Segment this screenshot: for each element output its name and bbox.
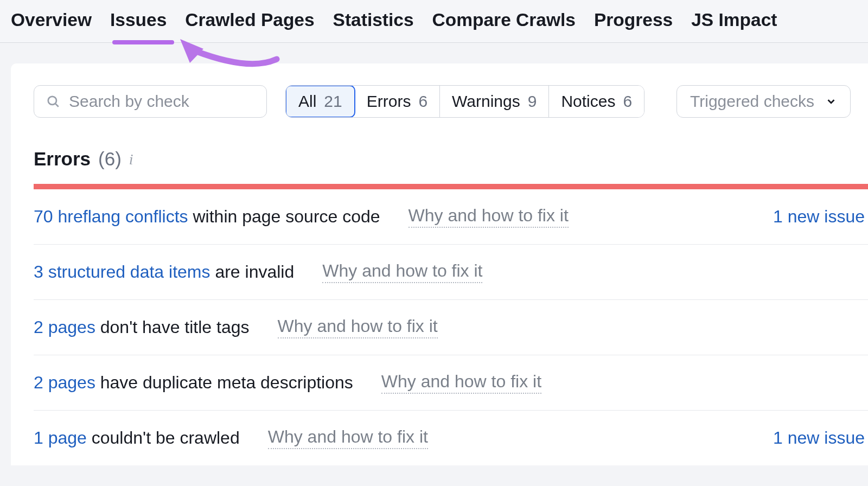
issue-text: 3 structured data items are invalid	[34, 262, 294, 282]
issue-rest: are invalid	[210, 262, 294, 282]
filter-warnings-label: Warnings	[452, 92, 520, 111]
issue-link[interactable]: 1 page	[34, 428, 87, 447]
errors-heading-count: (6)	[98, 148, 122, 170]
filter-all-count: 21	[324, 92, 342, 111]
issue-link[interactable]: 2 pages	[34, 373, 95, 392]
tab-js-impact[interactable]: JS Impact	[691, 10, 777, 42]
issue-rest: couldn't be crawled	[87, 428, 240, 447]
why-how-fix-link[interactable]: Why and how to fix it	[381, 372, 541, 394]
errors-severity-bar	[34, 184, 868, 189]
tab-issues[interactable]: Issues	[110, 10, 167, 42]
tab-underline	[112, 40, 174, 44]
issue-row: 3 structured data items are invalid Why …	[34, 245, 868, 300]
issue-row: 2 pages have duplicate meta descriptions…	[34, 355, 868, 411]
tab-crawled-pages[interactable]: Crawled Pages	[185, 10, 314, 42]
why-how-fix-link[interactable]: Why and how to fix it	[322, 261, 482, 283]
why-how-fix-link[interactable]: Why and how to fix it	[409, 206, 569, 228]
filter-errors[interactable]: Errors 6	[355, 86, 440, 117]
dropdown-label: Triggered checks	[690, 92, 814, 111]
filter-notices-count: 6	[623, 92, 632, 111]
why-how-fix-link[interactable]: Why and how to fix it	[268, 427, 428, 449]
chevron-down-icon	[825, 95, 837, 107]
search-input-wrap[interactable]	[34, 85, 267, 118]
search-input[interactable]	[69, 92, 254, 111]
new-issue-badge[interactable]: 1 new issue	[773, 207, 868, 227]
filter-segmented: All 21 Errors 6 Warnings 9 Notices 6	[285, 85, 644, 118]
info-icon[interactable]: i	[129, 151, 133, 168]
filter-notices-label: Notices	[561, 92, 615, 111]
issue-link[interactable]: 70 hreflang conflicts	[34, 207, 188, 226]
issue-row: 2 pages don't have title tags Why and ho…	[34, 300, 868, 355]
tab-compare-crawls[interactable]: Compare Crawls	[432, 10, 576, 42]
errors-heading: Errors (6) i	[34, 148, 868, 170]
issue-row: 70 hreflang conflicts within page source…	[34, 189, 868, 245]
controls-row: All 21 Errors 6 Warnings 9 Notices 6 Tri…	[34, 85, 868, 118]
issue-text: 2 pages don't have title tags	[34, 317, 250, 337]
filter-warnings[interactable]: Warnings 9	[440, 86, 549, 117]
issue-link[interactable]: 3 structured data items	[34, 262, 210, 282]
svg-line-1	[55, 104, 58, 106]
issue-rest: have duplicate meta descriptions	[95, 373, 353, 392]
issue-text: 2 pages have duplicate meta descriptions	[34, 373, 353, 393]
issue-text: 1 page couldn't be crawled	[34, 428, 240, 448]
filter-warnings-count: 9	[528, 92, 537, 111]
issue-row: 1 page couldn't be crawled Why and how t…	[34, 411, 868, 465]
tab-overview[interactable]: Overview	[11, 10, 92, 42]
svg-point-0	[48, 97, 56, 105]
issue-rest: don't have title tags	[95, 317, 250, 337]
issues-panel: All 21 Errors 6 Warnings 9 Notices 6 Tri…	[11, 63, 868, 465]
filter-all-label: All	[298, 92, 316, 111]
top-tabs: Overview Issues Crawled Pages Statistics…	[0, 0, 868, 43]
tab-progress[interactable]: Progress	[594, 10, 673, 42]
issue-text: 70 hreflang conflicts within page source…	[34, 207, 380, 227]
triggered-checks-dropdown[interactable]: Triggered checks	[676, 85, 851, 118]
new-issue-badge[interactable]: 1 new issue	[773, 428, 868, 448]
filter-notices[interactable]: Notices 6	[549, 86, 644, 117]
errors-heading-title: Errors	[34, 148, 91, 170]
tab-statistics[interactable]: Statistics	[333, 10, 414, 42]
issue-link[interactable]: 2 pages	[34, 317, 95, 337]
why-how-fix-link[interactable]: Why and how to fix it	[278, 316, 438, 338]
search-icon	[46, 94, 60, 108]
filter-errors-count: 6	[418, 92, 427, 111]
filter-errors-label: Errors	[367, 92, 411, 111]
filter-all[interactable]: All 21	[285, 85, 355, 118]
issue-rest: within page source code	[188, 207, 380, 226]
